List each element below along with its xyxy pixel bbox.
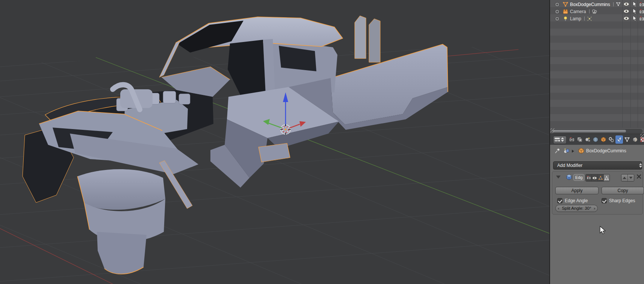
outliner-item-label[interactable]: Lamp [570,16,581,21]
copy-button[interactable]: Copy [602,187,644,194]
outliner-row-boxdodgecummins[interactable]: BoxDodgeCummins [550,1,644,8]
eye-toggle-icon [592,176,597,180]
move-modifier-down-button[interactable] [628,174,634,181]
outliner-editor[interactable]: BoxDodgeCummins Camera Lamp [550,0,644,134]
outliner-row-camera[interactable]: Camera [550,8,644,15]
apply-button[interactable]: Apply [555,187,599,194]
pointer-icon[interactable] [631,8,637,14]
breadcrumb-arrow-icon [571,149,574,153]
editmode-toggle-icon [598,176,603,180]
pin-icon[interactable] [554,147,561,154]
tab-modifiers[interactable] [615,135,623,144]
tab-material[interactable] [631,135,639,144]
slider-increase-arrow[interactable] [594,207,596,210]
right-panel: BoxDodgeCummins Camera Lamp [549,0,644,284]
object-breadcrumb-icon[interactable] [578,147,585,154]
mesh-object-icon [562,2,568,8]
tab-constraints[interactable] [608,135,615,144]
close-icon [636,174,641,179]
render-visibility-toggle[interactable] [586,174,592,181]
editmode-display-toggle[interactable] [598,174,604,181]
outliner-h-scrollbar[interactable] [552,129,642,133]
properties-editor-icon [553,136,565,143]
tab-world[interactable] [592,135,599,144]
tab-render[interactable] [568,135,576,144]
pointer-icon[interactable] [631,1,637,7]
outliner-separator [584,17,585,21]
modifier-name-value: Edg [575,174,584,180]
editor-type-selector[interactable] [553,136,567,144]
object-data-icon [624,137,630,143]
slider-decrease-arrow[interactable] [558,207,559,210]
outliner-item-label[interactable]: BoxDodgeCummins [570,2,610,7]
expand-icon[interactable] [554,9,560,15]
outliner-separator [613,2,614,6]
edgesplit-modifier-panel: Edg Apply Copy Edge Angle Sharp Edges Sp… [552,171,643,215]
lamp-data-icon[interactable] [587,16,592,21]
world-icon [593,137,599,143]
tab-scene[interactable] [584,135,591,144]
up-triangle-icon [623,176,626,179]
outliner-row-lamp[interactable]: Lamp [550,15,644,22]
collapse-triangle-icon[interactable] [556,176,561,179]
constraints-icon [608,137,614,143]
eye-icon[interactable] [623,1,629,7]
modifier-display-toggles [585,174,610,182]
delete-modifier-button[interactable] [636,174,641,180]
eye-icon[interactable] [623,8,629,14]
outliner-item-label[interactable]: Camera [570,9,586,14]
render-tab-camera-icon [569,137,575,143]
edge-angle-checkbox[interactable] [557,198,562,203]
eye-icon[interactable] [623,15,629,21]
render-camera-icon[interactable] [639,1,644,7]
editor-corner-widget[interactable] [550,128,555,133]
camera-object-icon [562,9,568,15]
cage-edit-toggle[interactable] [604,174,609,181]
tab-object[interactable] [600,135,607,144]
sharp-edges-option[interactable]: Sharp Edges [602,198,635,204]
split-angle-slider[interactable]: Split Angle: 30° [555,205,598,212]
edge-angle-option[interactable]: Edge Angle [557,198,588,204]
modifier-name-field[interactable]: Edg [573,174,584,181]
3d-viewport[interactable] [0,0,549,284]
add-modifier-dropdown[interactable]: Add Modifier [553,161,642,170]
breadcrumb-object-name[interactable]: BoxDodgeCummins [586,148,626,153]
viewport-scene [0,0,549,284]
sharp-edges-checkbox[interactable] [602,198,607,203]
lamp-object-icon [562,16,568,22]
truck-model[interactable] [23,16,448,274]
scene-icon [585,137,591,143]
blender-window: { "window": { "app": "Blender" }, "color… [0,0,644,284]
properties-breadcrumb: BoxDodgeCummins [550,147,644,155]
expand-icon[interactable] [554,16,560,22]
properties-header [550,134,644,145]
mesh-data-icon[interactable] [616,2,621,7]
move-modifier-up-button[interactable] [621,174,628,181]
down-triangle-icon [629,176,633,179]
material-icon [632,137,638,143]
x-axis-line-near [0,228,113,284]
render-camera-icon[interactable] [639,15,644,21]
outliner-separator [589,9,590,14]
render-layers-icon [577,137,583,143]
mouse-cursor [600,226,606,235]
pointer-icon[interactable] [631,15,637,21]
edge-angle-label: Edge Angle [565,198,588,203]
scene-breadcrumb-icon[interactable] [563,148,570,154]
tab-render-layers[interactable] [576,135,584,144]
sharp-edges-label: Sharp Edges [609,198,635,203]
modifiers-wrench-icon [616,137,623,143]
split-angle-value: Split Angle: 30° [562,206,591,210]
object-icon [600,137,606,143]
editor-corner-widget[interactable] [640,134,644,138]
modifier-reorder-buttons [621,174,634,182]
add-modifier-label: Add Modifier [557,163,582,168]
expand-icon[interactable] [554,2,560,8]
camera-toggle-icon [587,176,591,180]
viewport-visibility-toggle[interactable] [592,174,598,181]
scrollbar-thumb[interactable] [552,130,626,132]
render-camera-icon[interactable] [639,8,644,14]
cage-toggle-icon [604,176,609,180]
tab-object-data[interactable] [623,135,631,144]
camera-data-icon[interactable] [592,9,597,14]
